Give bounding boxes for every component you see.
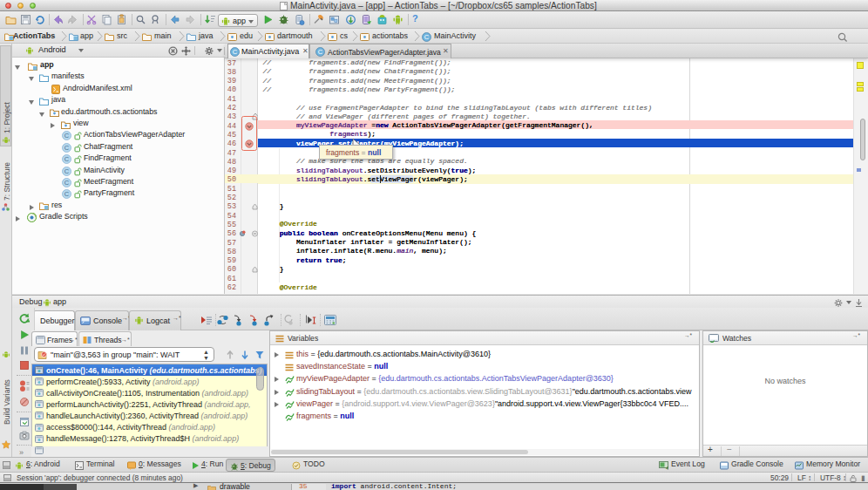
- svg-text:C: C: [64, 133, 70, 140]
- svg-text:C: C: [233, 48, 238, 56]
- svg-text:C: C: [64, 144, 70, 152]
- svg-text:C: C: [64, 191, 70, 199]
- svg-text:C: C: [64, 155, 70, 163]
- svg-text:C: C: [64, 179, 70, 187]
- svg-text:C: C: [318, 48, 323, 56]
- svg-text:4: 4: [666, 466, 668, 471]
- svg-text:C: C: [64, 167, 70, 175]
- svg-text:C: C: [424, 33, 430, 41]
